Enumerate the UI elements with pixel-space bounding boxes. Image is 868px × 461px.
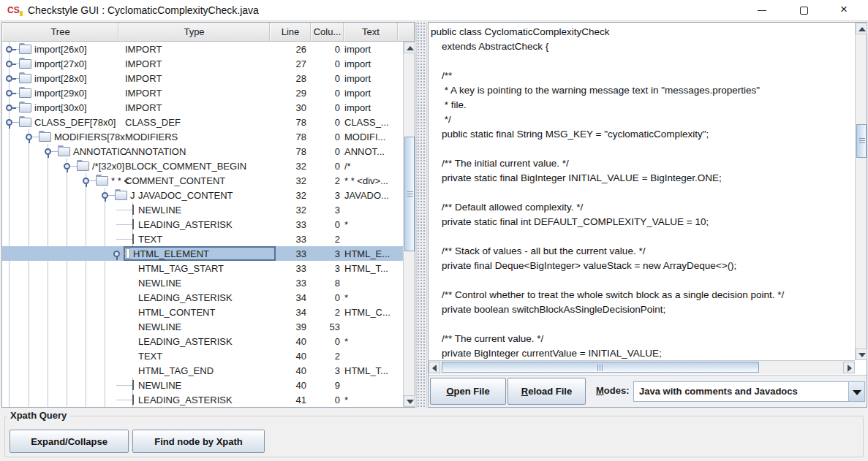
tree-vertical-scrollbar[interactable] (403, 42, 415, 407)
tree-guide-line (29, 202, 29, 217)
tree-row-newline[interactable]: NEWLINE409 (2, 378, 403, 392)
tree-row-leading_asterisk[interactable]: LEADING_ASTERISK340* (2, 290, 403, 305)
tree-connector-line (12, 122, 19, 123)
tree-connector-dash (116, 385, 132, 386)
tree-row-leading_asterisk[interactable]: LEADING_ASTERISK330* (2, 217, 403, 232)
code-scroll-up-button[interactable] (856, 23, 867, 34)
tree-row-javadoc_content[interactable]: JJAVADOC_CONTENT323JAVADO... (2, 188, 403, 202)
find-node-by-xpath-button[interactable]: Find node by Xpath (132, 430, 265, 453)
tree-row-html_element[interactable]: HTML_ELEMENT333HTML_E... (2, 246, 403, 261)
code-scrollbar-thumb[interactable] (856, 124, 867, 158)
column-header-line[interactable]: Line (270, 23, 311, 41)
tree-row-newline[interactable]: NEWLINE323 (2, 202, 403, 217)
column-cell: 0 (306, 58, 340, 69)
tree-row-import[interactable]: import[29x0]IMPORT290import (2, 85, 403, 100)
tree-guide-line (48, 363, 48, 378)
expand-collapse-button[interactable]: Expand/Collapse (10, 430, 129, 453)
tree-guide-line (48, 202, 48, 217)
tree-row-leading_asterisk[interactable]: LEADING_ASTERISK400* (2, 334, 403, 348)
tree-guide-line (29, 305, 29, 319)
text-cell: HTML_C... (344, 307, 400, 318)
line-cell: 39 (270, 321, 306, 332)
tree-guide-line (105, 275, 105, 290)
expand-handle-stem (105, 198, 106, 202)
tree-row-block_comment_begin[interactable]: /*[32x0]BLOCK_COMMENT_BEGIN320/* (2, 159, 403, 173)
type-cell: LEADING_ASTERISK (138, 395, 233, 405)
tree-guide-line (67, 261, 67, 275)
code-horizontal-scrollbar[interactable] (429, 360, 855, 374)
reload-file-button[interactable]: Reload File (507, 378, 586, 405)
code-hscrollbar-thumb[interactable] (442, 362, 759, 373)
code-scroll-down-button[interactable] (856, 348, 867, 360)
checkstyle-logo-drop (7, 4, 22, 17)
tree-guide-line (29, 275, 29, 290)
tree-guide-line (48, 319, 48, 334)
scroll-grip-icon (407, 191, 413, 197)
collapse-handle-icon[interactable] (6, 61, 12, 67)
close-button[interactable]: × (826, 0, 868, 21)
tree-row-annotation[interactable]: ANNOTATICANNOTATION780ANNOT... (2, 144, 403, 159)
tree-connector-dash (116, 210, 132, 210)
code-vertical-scrollbar[interactable] (855, 23, 867, 360)
tree-scroll-up-button[interactable] (404, 42, 415, 53)
tree-row-text[interactable]: TEXT402 (2, 348, 403, 363)
tree-guide-line (67, 173, 67, 188)
tree-guide-line (48, 392, 48, 407)
source-code-view[interactable]: public class CyclomaticComplexityCheck e… (429, 23, 855, 360)
expand-handle-stem (48, 154, 49, 158)
minimize-button[interactable] (741, 0, 783, 21)
split-pane-divider[interactable] (416, 22, 427, 408)
collapse-handle-icon[interactable] (6, 104, 12, 111)
type-cell: MODIFIERS (125, 132, 178, 142)
combobox-dropdown-arrow-icon[interactable] (848, 382, 864, 401)
column-cell: 3 (306, 248, 340, 259)
column-header-tree[interactable]: Tree (2, 23, 118, 41)
expand-handle-stem (29, 140, 30, 143)
code-scroll-left-button[interactable] (429, 362, 440, 373)
tree-row-html_content[interactable]: HTML_CONTENT342HTML_C... (2, 305, 403, 319)
tree-row-comment_content[interactable]: * * <COMMENT_CONTENT322* * <div>... (2, 173, 403, 188)
tree-row-class_def[interactable]: CLASS_DEF[78x0]CLASS_DEF780CLASS_... (2, 115, 403, 129)
tree-guide-line (67, 348, 67, 363)
tree-row-import[interactable]: import[27x0]IMPORT270import (2, 56, 403, 71)
folder-icon (39, 132, 51, 142)
modes-combobox[interactable]: Java with comments and Javadocs (633, 381, 865, 402)
tree-row-text[interactable]: TEXT332 (2, 232, 403, 246)
line-cell: 29 (270, 88, 306, 99)
tree-scrollbar-thumb[interactable] (404, 137, 415, 251)
tree-node-label: /*[32x0] (92, 161, 124, 172)
text-cell: import (344, 102, 400, 113)
tree-guide-line (29, 363, 29, 378)
arrow-down-icon (407, 400, 414, 404)
tree-row-import[interactable]: import[28x0]IMPORT280import (2, 71, 403, 85)
line-cell: 78 (270, 132, 306, 142)
tree-row-html_tag_start[interactable]: HTML_TAG_START333HTML_T... (2, 261, 403, 275)
maximize-button[interactable] (783, 0, 826, 21)
code-scroll-right-button[interactable] (843, 362, 855, 373)
tree-guide-line (67, 363, 67, 378)
text-cell: * (344, 336, 400, 347)
expand-handle-stem (67, 169, 68, 172)
collapse-handle-icon[interactable] (6, 46, 12, 53)
tree-row-html_tag_end[interactable]: HTML_TAG_END403HTML_T... (2, 363, 403, 378)
tree-row-newline[interactable]: NEWLINE338 (2, 275, 403, 290)
column-header-text[interactable]: Text (344, 23, 398, 41)
collapse-handle-icon[interactable] (6, 75, 12, 82)
tree-row-leading_asterisk[interactable]: LEADING_ASTERISK410* (2, 392, 403, 407)
tree-scroll-down-button[interactable] (404, 395, 415, 407)
column-cell: 0 (306, 44, 340, 55)
checkstyle-gui-window: CS Checkstyle GUI : CyclomaticComplexity… (0, 0, 868, 461)
tree-guide-line (9, 334, 10, 348)
tree-guide-line (9, 217, 10, 232)
minimize-icon (758, 10, 766, 11)
tree-row-modifiers[interactable]: MODIFIERS[78xMODIFIERS780MODIFI... (2, 129, 403, 144)
open-file-button[interactable]: Open File (430, 378, 506, 405)
collapse-handle-icon[interactable] (6, 90, 12, 96)
column-header-colu[interactable]: Colu... (311, 23, 344, 41)
column-header-spacer[interactable] (398, 23, 415, 41)
tree-row-import[interactable]: import[26x0]IMPORT260import (2, 42, 403, 56)
tree-row-newline[interactable]: NEWLINE3953 (2, 319, 403, 334)
column-header-type[interactable]: Type (118, 23, 270, 41)
tree-row-import[interactable]: import[30x0]IMPORT300import (2, 100, 403, 115)
file-controls-row: Open File Reload File Modes: Java with c… (429, 375, 867, 407)
